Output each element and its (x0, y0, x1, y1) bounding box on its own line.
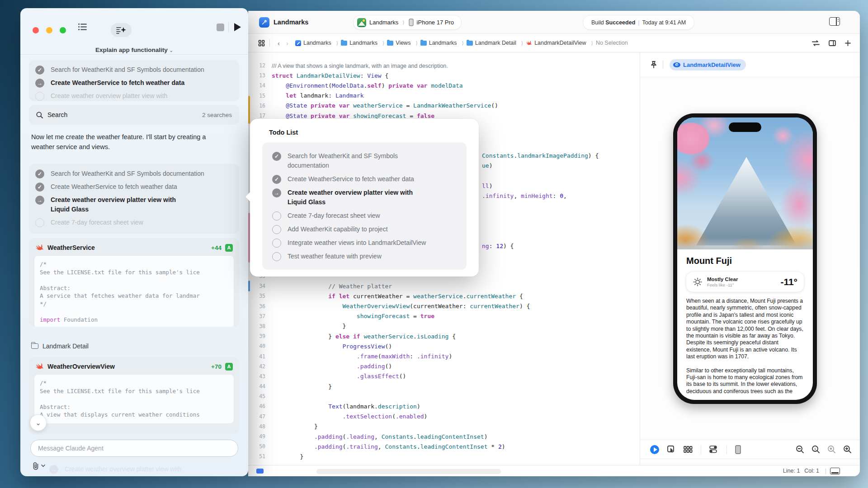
variants-grid-icon[interactable] (684, 446, 693, 453)
folder-icon (467, 41, 473, 46)
add-editor-icon[interactable] (829, 40, 836, 46)
code-line[interactable]: 34 // Weather platter (248, 281, 640, 291)
preview-device-icon[interactable] (735, 445, 741, 454)
code-line[interactable]: 47 .textSelection(.enabled) (248, 412, 640, 422)
todo-label: Integrate weather views into LandmarkDet… (288, 238, 426, 248)
code-line[interactable]: 45 (248, 391, 640, 401)
run-agent-button[interactable] (234, 23, 241, 31)
todo-item[interactable]: Create WeatherService to fetch weather d… (35, 78, 233, 88)
code-line[interactable]: 15 let landmark: Landmark (248, 91, 640, 101)
code-line[interactable]: 36 WeatherOverviewView(currentWeather: c… (248, 301, 640, 311)
scheme-device-picker[interactable]: Landmarks ⟩ iPhone 17 Pro (353, 15, 462, 30)
breadcrumb-item[interactable]: No Selection (596, 40, 628, 46)
breadcrumb-item[interactable]: Landmarks⟩ (295, 40, 338, 46)
todo-item[interactable]: Create WeatherService to fetch weather d… (272, 174, 457, 184)
zoom-in-icon[interactable] (843, 445, 852, 454)
status-placeholder-pill (316, 469, 501, 474)
snippet-line: Abstract: (40, 284, 228, 292)
todo-item[interactable]: Create weather overview platter view wit… (35, 195, 233, 214)
breadcrumb-item[interactable]: Landmarks⟩ (341, 40, 384, 46)
breadcrumb-item[interactable]: Landmark Detail⟩ (467, 40, 523, 46)
code-line[interactable]: 14 @Environment(ModelData.self) private … (248, 80, 640, 90)
todo-progress-card[interactable]: Search for WeatherKit and SF Symbols doc… (29, 164, 239, 234)
zoom-button[interactable] (60, 27, 66, 33)
breadcrumb-item[interactable]: Landmarks⟩ (420, 40, 464, 46)
landmark-title: Mount Fuji (686, 256, 804, 266)
code-line[interactable]: 35 if let currentWeather = weatherServic… (248, 291, 640, 301)
session-title[interactable]: Explain app functionality ⌄ (20, 47, 248, 53)
code-line[interactable]: 39 } else if weatherService.isLoading { (248, 331, 640, 341)
close-button[interactable] (33, 27, 39, 33)
group-row-landmark-detail[interactable]: Landmark Detail (31, 343, 89, 350)
run-destination[interactable]: iPhone 17 Pro (417, 19, 454, 26)
check-circle-icon (272, 152, 281, 161)
forward-button[interactable]: › (283, 39, 292, 47)
line-number: 39 (248, 333, 269, 339)
code-line[interactable]: 44 } (248, 381, 640, 391)
back-button[interactable]: ‹ (274, 39, 283, 47)
display-mode-icon[interactable] (830, 468, 840, 474)
line-number: 36 (248, 303, 269, 310)
message-input[interactable] (30, 440, 238, 457)
code-line[interactable]: 16 @State private var weatherService = L… (248, 101, 640, 111)
code-line[interactable]: 46 Text(landmark.description) (248, 401, 640, 411)
code-line[interactable]: 41 .frame(maxWidth: .infinity) (248, 351, 640, 361)
line-number: 16 (248, 103, 269, 109)
empty-circle-icon (272, 211, 281, 221)
live-preview-button[interactable] (650, 445, 659, 454)
zoom-out-icon[interactable] (796, 445, 804, 454)
code-line[interactable]: 12/// A view that shows a single landmar… (248, 61, 640, 70)
search-activity-row[interactable]: Search 2 searches (29, 105, 239, 125)
scheme-name[interactable]: Landmarks (369, 19, 398, 26)
editor-options-icon[interactable] (812, 40, 820, 46)
code-line[interactable]: 50 .padding(.trailing, Constants.leading… (248, 441, 640, 451)
code-line[interactable]: 49 .padding(.leading, Constants.leadingC… (248, 432, 640, 441)
code-line[interactable]: 48 } (248, 422, 640, 432)
code-line[interactable]: 37 showingForecast = true (248, 311, 640, 321)
todo-item[interactable]: Search for WeatherKit and SF Symbols doc… (272, 151, 457, 170)
canvas-toolbar: 1 (640, 440, 860, 459)
code-line[interactable]: 42 .padding() (248, 361, 640, 371)
todo-item[interactable]: Create weather overview platter view wit… (35, 91, 233, 101)
minimize-button[interactable] (46, 27, 52, 33)
todo-item[interactable]: Create 7-day forecast sheet view (272, 211, 457, 221)
code-line[interactable]: 40 ProgressView() (248, 341, 640, 351)
plus-icon[interactable] (845, 40, 851, 46)
session-list-icon[interactable] (78, 23, 87, 31)
empty-circle-icon (35, 92, 44, 101)
scroll-to-bottom-button[interactable]: ⌄ (30, 414, 47, 431)
code-line[interactable]: 51 } (248, 451, 640, 461)
stop-button[interactable] (217, 23, 224, 31)
device-settings-icon[interactable] (709, 446, 718, 453)
todo-item[interactable]: Search for WeatherKit and SF Symbols doc… (35, 169, 233, 178)
pin-icon[interactable] (650, 61, 657, 69)
todo-item[interactable]: Test weather feature with preview (272, 252, 457, 261)
xcode-toolbar: Landmarks Landmarks ⟩ iPhone 17 Pro Buil… (248, 11, 860, 34)
breadcrumb-item[interactable]: Views⟩ (387, 40, 417, 46)
code-line[interactable]: 38 } (248, 321, 640, 331)
todo-item[interactable]: Create WeatherService to fetch weather d… (35, 182, 233, 192)
inspector-toggle-icon[interactable] (829, 17, 840, 26)
selectable-mode-icon[interactable] (667, 446, 675, 454)
zoom-fit-icon[interactable] (827, 445, 836, 454)
activity-status[interactable]: Build Succeeded | Today at 9:41 AM (583, 15, 694, 30)
file-card-weatherservice[interactable]: WeatherService +44 A /*See the LICENSE.t… (29, 238, 239, 327)
code-line[interactable]: 43 .glassEffect() (248, 371, 640, 381)
zoom-100-icon[interactable]: 1 (811, 445, 820, 454)
todo-item[interactable]: Add WeatherKit capability to project (272, 225, 457, 234)
breadcrumb-item[interactable]: LandmarkDetailView⟩ (526, 40, 593, 46)
iphone-preview[interactable]: Mount Fuji Mostly Clear Feels like -11° (673, 113, 817, 404)
todo-item[interactable]: Integrate weather views into LandmarkDet… (272, 238, 457, 248)
weather-platter[interactable]: Mostly Clear Feels like -11° -11° (686, 272, 804, 292)
todo-summary-card[interactable]: Search for WeatherKit and SF Symbols doc… (29, 60, 239, 101)
related-items-icon[interactable] (258, 40, 265, 47)
todo-item[interactable]: Create 7-day forecast sheet view (35, 218, 233, 227)
code-line[interactable]: 13struct LandmarkDetailView: View { (248, 70, 640, 80)
attachment-row[interactable] (32, 462, 45, 470)
todo-item[interactable]: Create weather overview platter view wit… (272, 188, 457, 207)
todo-label: Search for WeatherKit and SF Symbols doc… (51, 65, 204, 75)
file-card-weatheroverviewview[interactable]: WeatherOverviewView +70 A /*See the LICE… (29, 357, 239, 434)
preview-target-chip[interactable]: LandmarkDetailView (670, 59, 746, 70)
todo-item[interactable]: Search for WeatherKit and SF Symbols doc… (35, 65, 233, 75)
agent-mode-pill[interactable] (111, 23, 132, 37)
